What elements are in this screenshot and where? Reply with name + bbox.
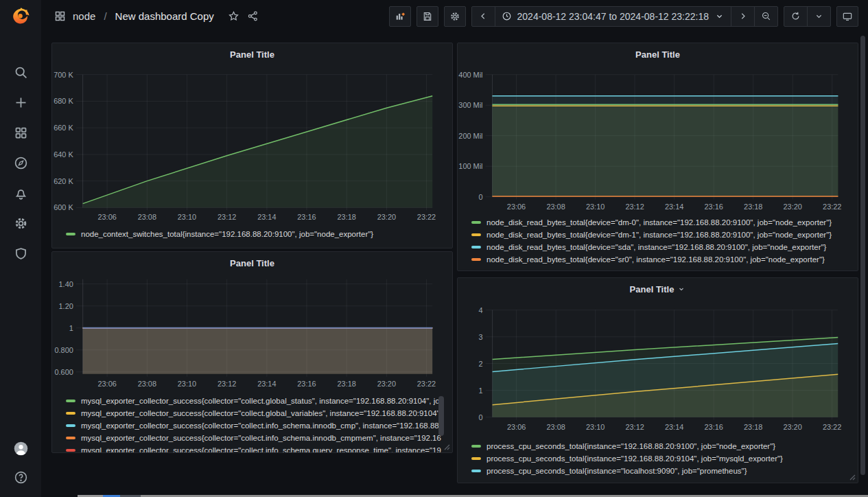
legend-label: node_disk_read_bytes_total{device="dm-1"… <box>486 231 832 239</box>
svg-text:23:12: 23:12 <box>218 380 236 388</box>
legend-label: node_disk_read_bytes_total{device="sda",… <box>486 243 826 251</box>
svg-text:680 K: 680 K <box>54 97 73 105</box>
breadcrumb-folder[interactable]: node <box>73 10 95 22</box>
legend: node_context_switches_total{instance="19… <box>66 228 441 240</box>
svg-text:23:14: 23:14 <box>665 203 683 211</box>
legend-item[interactable]: node_disk_read_bytes_total{device="sr0",… <box>471 253 847 266</box>
svg-text:23:18: 23:18 <box>338 213 356 221</box>
legend-item[interactable]: node_context_switches_total{instance="19… <box>66 228 441 240</box>
legend-item[interactable]: node_disk_read_bytes_total{device="sda",… <box>471 241 847 253</box>
dashboard-settings-button[interactable] <box>444 6 466 27</box>
svg-text:640 K: 640 K <box>54 150 73 159</box>
svg-text:1.20: 1.20 <box>59 302 73 310</box>
legend-label: node_disk_read_bytes_total{device="sr0",… <box>486 255 825 264</box>
legend-swatch <box>471 246 481 248</box>
svg-text:23:20: 23:20 <box>784 203 802 211</box>
legend-label: mysql_exporter_collector_success{collect… <box>81 421 441 430</box>
svg-text:4: 4 <box>479 306 483 314</box>
svg-text:23:16: 23:16 <box>705 203 723 211</box>
time-shift-back-button[interactable] <box>472 7 495 26</box>
create-plus-icon[interactable] <box>13 95 28 110</box>
svg-text:23:06: 23:06 <box>507 203 526 211</box>
panel: Panel Title 700 K680 K660 K640 K620 K600… <box>51 43 453 248</box>
legend-item[interactable]: mysql_exporter_collector_success{collect… <box>66 432 441 444</box>
user-avatar[interactable] <box>13 441 28 456</box>
svg-text:23:20: 23:20 <box>377 380 396 388</box>
svg-text:23:14: 23:14 <box>665 424 683 432</box>
svg-text:23:14: 23:14 <box>257 213 276 221</box>
svg-text:600 K: 600 K <box>54 203 73 211</box>
svg-text:23:20: 23:20 <box>377 213 396 221</box>
legend-swatch <box>471 221 481 224</box>
legend-swatch <box>66 412 75 415</box>
sidebar <box>0 0 41 497</box>
legend-item[interactable]: mysql_exporter_collector_success{collect… <box>66 419 441 432</box>
configuration-gear-icon[interactable] <box>13 216 28 231</box>
legend-item[interactable]: mysql_exporter_collector_success{collect… <box>66 395 441 407</box>
svg-text:2: 2 <box>479 360 483 368</box>
svg-text:660 K: 660 K <box>54 124 73 132</box>
svg-text:23:06: 23:06 <box>97 213 116 221</box>
svg-text:23:12: 23:12 <box>625 203 644 211</box>
svg-text:23:18: 23:18 <box>744 203 762 211</box>
legend-label: mysql_exporter_collector_success{collect… <box>81 409 441 417</box>
breadcrumb-separator: / <box>104 10 106 22</box>
alerting-bell-icon[interactable] <box>13 185 28 200</box>
admin-shield-icon[interactable] <box>13 246 28 261</box>
kiosk-mode-button[interactable] <box>836 6 858 27</box>
svg-text:620 K: 620 K <box>54 177 73 185</box>
legend-item[interactable]: process_cpu_seconds_total{instance="192.… <box>471 452 847 465</box>
svg-text:1: 1 <box>479 386 483 395</box>
panel: Panel Title 4321023:0623:0823:1023:1223:… <box>457 277 858 483</box>
explore-compass-icon[interactable] <box>13 155 28 170</box>
legend-scrollbar[interactable] <box>438 396 444 436</box>
search-icon[interactable] <box>13 65 28 80</box>
zoom-out-time-button[interactable] <box>754 7 777 26</box>
dashboard-title[interactable]: New dashboard Copy <box>115 10 214 22</box>
legend-swatch <box>471 258 481 261</box>
svg-text:23:08: 23:08 <box>546 203 565 211</box>
svg-text:23:16: 23:16 <box>297 380 316 388</box>
legend-item[interactable]: node_disk_read_bytes_total{device="dm-1"… <box>471 229 847 241</box>
legend-item[interactable]: process_cpu_seconds_total{instance="192.… <box>471 440 847 452</box>
svg-text:23:18: 23:18 <box>744 424 762 432</box>
legend-swatch <box>471 470 481 472</box>
legend-swatch <box>66 449 75 452</box>
dashboards-icon[interactable] <box>13 125 28 140</box>
svg-text:23:10: 23:10 <box>586 424 605 432</box>
svg-text:23:14: 23:14 <box>257 380 276 388</box>
refresh-button[interactable] <box>784 7 807 26</box>
svg-text:23:08: 23:08 <box>547 424 565 432</box>
page-scrollbar[interactable] <box>860 36 865 475</box>
svg-text:0: 0 <box>479 413 483 421</box>
add-panel-button[interactable] <box>389 6 411 27</box>
legend-label: process_cpu_seconds_total{instance="192.… <box>486 442 775 450</box>
chart-canvas[interactable]: 700 K680 K660 K640 K620 K600 K23:0623:08… <box>52 43 452 248</box>
grafana-dashboard: node / New dashboard Copy <box>0 0 868 497</box>
time-range-picker[interactable]: 2024-08-12 23:04:47 to 2024-08-12 23:22:… <box>495 7 731 26</box>
legend-item[interactable]: node_disk_read_bytes_total{device="dm-0"… <box>471 216 847 229</box>
help-icon[interactable] <box>13 470 28 485</box>
grafana-logo-icon[interactable] <box>9 5 32 29</box>
svg-text:23:16: 23:16 <box>705 424 723 432</box>
svg-text:23:10: 23:10 <box>178 213 196 221</box>
time-shift-forward-button[interactable] <box>731 7 754 26</box>
star-icon[interactable] <box>228 10 240 23</box>
svg-text:23:08: 23:08 <box>138 380 156 388</box>
legend-item[interactable]: mysql_exporter_collector_success{collect… <box>66 407 441 419</box>
apps-grid-icon[interactable] <box>54 10 66 23</box>
legend-item[interactable]: process_cpu_seconds_total{instance="loca… <box>471 465 847 477</box>
legend-label: process_cpu_seconds_total{instance="192.… <box>486 454 783 463</box>
panel-resize-handle[interactable] <box>444 444 450 450</box>
legend-label: mysql_exporter_collector_success{collect… <box>81 434 441 442</box>
refresh-interval-dropdown[interactable] <box>807 7 830 26</box>
share-icon[interactable] <box>247 10 259 23</box>
svg-text:200 Mil: 200 Mil <box>458 132 482 140</box>
svg-text:1: 1 <box>69 324 73 332</box>
legend-swatch <box>66 233 75 235</box>
legend-label: node_context_switches_total{instance="19… <box>81 230 373 238</box>
svg-text:23:06: 23:06 <box>97 380 116 388</box>
panel-resize-handle[interactable] <box>849 474 856 481</box>
save-dashboard-button[interactable] <box>417 6 438 27</box>
legend-item[interactable]: mysql_exporter_collector_success{collect… <box>66 444 441 452</box>
